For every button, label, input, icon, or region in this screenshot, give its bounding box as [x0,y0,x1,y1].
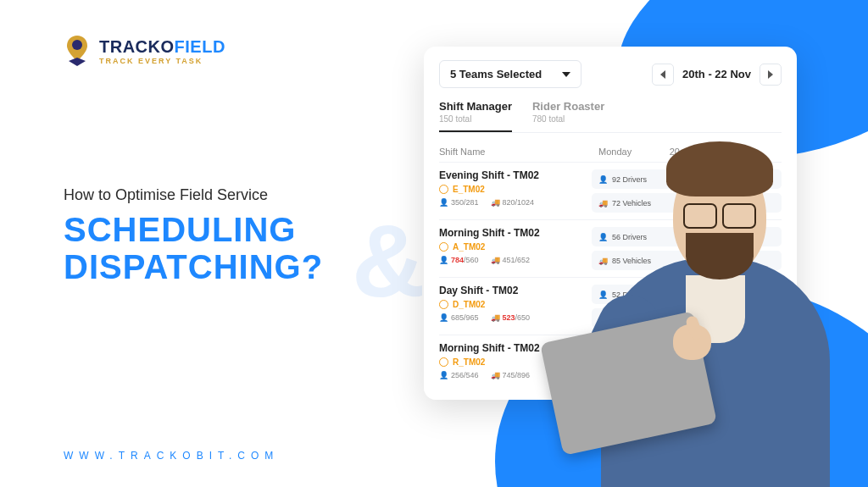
headline-main: SCHEDULING DISPATCHING? [64,211,420,285]
svg-point-0 [72,40,82,50]
footer-url: WWW.TRACKOBIT.COM [64,450,279,462]
shift-code: A_TM02 [453,242,485,252]
shift-title: Day Shift - TM02 [439,285,592,296]
truck-stat: 🚚451/652 [491,256,531,264]
truck-icon: 🚚 [491,313,500,322]
date-prev-button[interactable] [652,64,674,86]
person-icon: 👤 [439,198,448,207]
person-icon: 👤 [439,313,448,322]
glasses-icon [683,203,756,225]
logo-pin-icon [64,34,91,68]
teams-dropdown[interactable]: 5 Teams Selected [439,60,581,88]
shift-code-row[interactable]: A_TM02 [439,242,592,252]
brand-tagline: TRACK EVERY TASK [99,57,225,65]
date-navigator: 20th - 22 Nov [652,64,782,86]
people-stat: 👤256/546 [439,371,479,379]
radio-icon [439,185,448,194]
people-stat: 👤784/560 [439,256,479,264]
person-icon: 👤 [439,256,448,264]
date-range-label: 20th - 22 Nov [681,68,753,80]
column-header-shift: Shift Name [439,141,592,162]
tab-shift-manager[interactable]: Shift Manager150 total [439,100,512,132]
people-stat: 👤350/281 [439,198,479,207]
truck-icon: 🚚 [491,371,500,379]
brand-name: TRACKOFIELD [99,37,225,57]
person-icon: 👤 [439,371,448,379]
shift-code: R_TM02 [453,357,485,367]
radio-icon [439,242,448,252]
chevron-left-icon [660,70,665,79]
truck-icon: 🚚 [491,198,500,207]
radio-icon [439,300,448,309]
date-next-button[interactable] [760,64,782,86]
shift-code-row[interactable]: D_TM02 [439,300,592,309]
headline-block: & How to Optimise Field Service SCHEDULI… [64,186,420,285]
brand-logo: TRACKOFIELD TRACK EVERY TASK [64,34,225,68]
shift-info: Day Shift - TM02D_TM02👤685/965🚚523/650 [439,285,592,328]
tab-title: Shift Manager [439,100,512,113]
truck-stat: 🚚820/1024 [491,198,535,207]
shift-info: Morning Shift - TM02A_TM02👤784/560🚚451/6… [439,227,592,270]
truck-stat: 🚚745/896 [491,371,531,379]
shift-title: Evening Shift - TM02 [439,169,592,181]
truck-stat: 🚚523/650 [491,313,531,322]
person-illustration [576,123,855,487]
tab-subtitle: 150 total [439,114,512,124]
radio-icon [439,357,448,367]
tab-title: Rider Roaster [532,100,604,113]
dropdown-label: 5 Teams Selected [450,68,542,80]
shift-code-row[interactable]: E_TM02 [439,185,592,194]
people-stat: 👤685/965 [439,313,479,322]
chevron-down-icon [562,72,570,77]
shift-code: D_TM02 [453,300,485,309]
shift-title: Morning Shift - TM02 [439,227,592,239]
shift-code: E_TM02 [453,185,485,194]
headline-intro: How to Optimise Field Service [64,186,420,204]
person-hair [666,141,773,196]
shift-info: Evening Shift - TM02E_TM02👤350/281🚚820/1… [439,169,592,213]
chevron-right-icon [768,70,773,79]
person-head [673,157,766,275]
person-hand [673,324,711,360]
person-beard [686,233,754,279]
truck-icon: 🚚 [491,256,500,264]
